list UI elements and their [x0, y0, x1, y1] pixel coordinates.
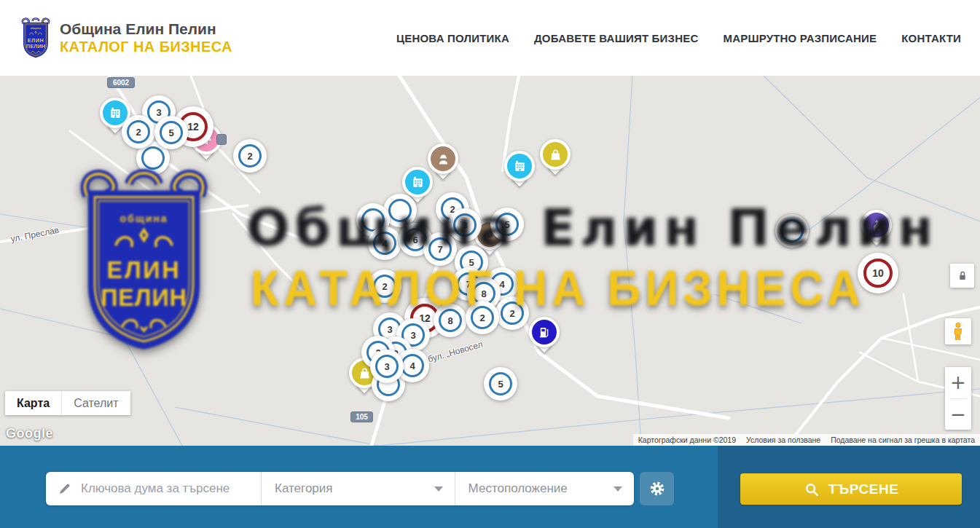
lock-control[interactable]: [950, 264, 974, 288]
map-attribution: Картографски данни ©2019 Условия за полз…: [633, 434, 980, 446]
map-type-control: Карта Сателит: [5, 391, 130, 415]
gear-icon: [648, 480, 666, 497]
search-submit-button[interactable]: ТЪРСЕНЕ: [740, 473, 962, 505]
road-number-badge: 105: [350, 411, 373, 422]
cluster-count: 5: [160, 121, 183, 144]
map-cluster-marker[interactable]: 5: [484, 367, 517, 401]
factory-icon: [504, 151, 535, 181]
nav-route-schedule[interactable]: МАРШРУТНО РАЗПИСАНИЕ: [723, 32, 877, 44]
cluster-count: 5: [489, 372, 512, 395]
street-view-pegman[interactable]: [945, 318, 971, 344]
watermark-title: Община Елин Пелин: [246, 198, 938, 258]
worker-icon: [428, 143, 458, 174]
main-nav: ЦЕНОВА ПОЛИТИКА ДОБАВЕТЕ ВАШИЯТ БИЗНЕС М…: [396, 32, 961, 44]
chevron-down-icon: [614, 486, 622, 492]
brand[interactable]: Община Елин Пелин КАТАЛОГ НА БИЗНЕСА: [19, 16, 232, 60]
google-map[interactable]: 12325223546752748128223383435106002105ул…: [0, 76, 980, 446]
search-button-label: ТЪРСЕНЕ: [828, 481, 899, 497]
keyword-section: [46, 472, 262, 505]
keyword-search-input[interactable]: [79, 481, 250, 497]
brand-title: Община Елин Пелин: [60, 20, 232, 38]
street-label: бул. „Новосел: [427, 339, 484, 365]
map-pin-worker[interactable]: [428, 143, 458, 174]
brand-subtitle: КАТАЛОГ НА БИЗНЕСА: [60, 39, 232, 55]
lock-icon: [955, 269, 970, 283]
zoom-out-button[interactable]: −: [945, 399, 971, 430]
map-cluster-marker[interactable]: 5: [154, 116, 188, 149]
fuel-icon: [529, 317, 560, 347]
cluster-count: 10: [863, 259, 893, 288]
search-bar: Категория Местоположение ТЪРСЕНЕ: [0, 446, 980, 528]
zoom-in-button[interactable]: +: [945, 367, 971, 398]
road-number-badge: [216, 134, 227, 145]
watermark-subtitle: КАТАЛОГ НА БИЗНЕСА: [251, 259, 865, 316]
location-select-value: Местоположение: [469, 481, 568, 496]
advanced-settings-button[interactable]: [640, 472, 674, 505]
map-type-satellite-button[interactable]: Сателит: [62, 391, 130, 415]
location-select[interactable]: Местоположение: [455, 472, 634, 505]
category-select[interactable]: Категория: [262, 472, 455, 505]
search-icon: [804, 481, 820, 497]
map-cluster-marker[interactable]: 3: [370, 350, 404, 383]
map-type-map-button[interactable]: Карта: [5, 391, 62, 415]
pegman-icon: [950, 322, 966, 341]
road-number-badge: 6002: [107, 77, 135, 88]
municipality-crest-logo: [19, 16, 52, 60]
nav-contacts[interactable]: КОНТАКТИ: [901, 32, 961, 44]
map-pin-bag[interactable]: [540, 139, 571, 170]
attribution-report-link[interactable]: Подаване на сигнал за грешка в картата: [826, 436, 980, 444]
google-logo[interactable]: Google: [6, 426, 53, 441]
zoom-control: + −: [945, 367, 971, 430]
watermark-crest: [62, 162, 226, 358]
map-pin-fuel[interactable]: [529, 317, 560, 347]
cluster-count: 2: [127, 120, 150, 143]
attribution-terms-link[interactable]: Условия за ползване: [741, 436, 826, 444]
nav-add-business[interactable]: ДОБАВЕТЕ ВАШИЯТ БИЗНЕС: [534, 32, 698, 44]
map-cluster-marker[interactable]: 2: [122, 115, 155, 149]
cluster-count: 2: [238, 144, 262, 168]
bag-icon: [540, 139, 571, 170]
category-select-value: Категория: [275, 481, 332, 496]
header: Община Елин Пелин КАТАЛОГ НА БИЗНЕСА ЦЕН…: [0, 0, 980, 76]
pencil-icon: [58, 481, 72, 496]
map-pin-factory[interactable]: [504, 151, 535, 181]
cluster-count: 4: [401, 354, 424, 377]
cluster-count: 3: [375, 355, 399, 378]
attribution-copyright: Картографски данни ©2019: [633, 436, 741, 444]
chevron-down-icon: [434, 486, 443, 492]
nav-pricing-policy[interactable]: ЦЕНОВА ПОЛИТИКА: [396, 32, 509, 44]
street-label: ул. Преслав: [9, 225, 60, 245]
search-fields-group: Категория Местоположение: [46, 472, 634, 505]
map-cluster-marker[interactable]: 2: [233, 139, 267, 173]
